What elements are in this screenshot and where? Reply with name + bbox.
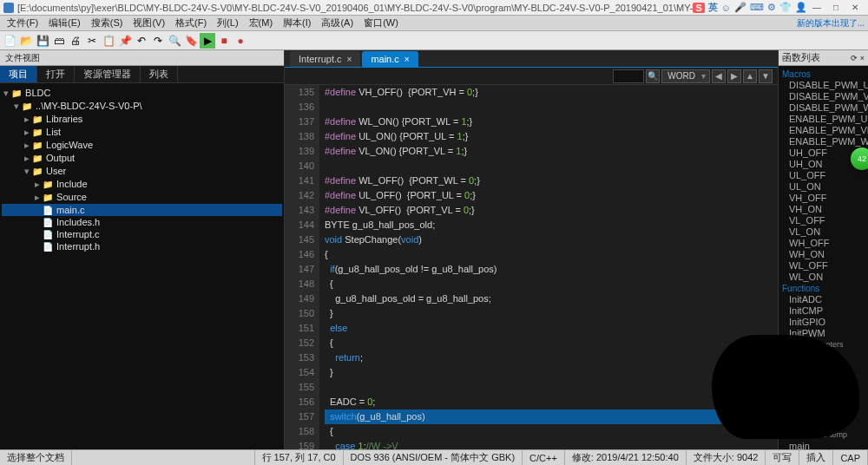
code-line[interactable]: return; bbox=[325, 350, 778, 365]
ime-s-icon[interactable]: S bbox=[693, 3, 704, 13]
function-list-item[interactable]: Macros bbox=[780, 69, 866, 80]
expand-icon[interactable]: ▸ bbox=[23, 114, 31, 125]
code-line[interactable]: #define WL_ON() {PORT_WL = 1;} bbox=[325, 115, 778, 129]
tool-save-icon[interactable]: 💾 bbox=[35, 33, 50, 49]
code-line[interactable]: } bbox=[325, 306, 778, 321]
tool-redo-icon[interactable]: ↷ bbox=[150, 33, 166, 49]
search-icon[interactable]: 🔍 bbox=[646, 69, 660, 83]
tree-item[interactable]: 📄 Includes.h bbox=[2, 216, 282, 228]
code-line[interactable]: } bbox=[325, 365, 778, 380]
left-tab-list[interactable]: 列表 bbox=[141, 66, 178, 82]
max-button[interactable]: □ bbox=[826, 2, 845, 14]
tree-item[interactable]: ▸📁 Include bbox=[2, 178, 282, 191]
ime-face-icon[interactable]: ☺ bbox=[721, 3, 731, 13]
menu-script[interactable]: 脚本(I) bbox=[278, 16, 316, 30]
function-list-item[interactable]: ENABLE_PWM_UH bbox=[780, 114, 866, 125]
code-editor[interactable]: 1351361371381391401411421431441451461471… bbox=[285, 85, 778, 449]
close-button[interactable]: ✕ bbox=[845, 2, 865, 14]
code-line[interactable]: { bbox=[325, 277, 778, 291]
code-line[interactable]: { bbox=[325, 424, 778, 439]
function-list-item[interactable]: WH_OFF bbox=[780, 238, 866, 249]
tool-run-icon[interactable]: ▶ bbox=[200, 33, 215, 49]
tool-open-icon[interactable]: 📂 bbox=[18, 33, 34, 49]
function-list-item[interactable]: ENABLE_PWM_WH bbox=[780, 136, 866, 147]
function-list-item[interactable]: VL_OFF bbox=[780, 215, 866, 226]
nav-down-icon[interactable]: ▼ bbox=[759, 69, 773, 83]
tool-cut-icon[interactable]: ✂ bbox=[84, 33, 100, 49]
code-line[interactable]: g_u8_hall_pos_old = g_u8_hall_pos; bbox=[325, 291, 778, 306]
tree-item[interactable]: ▾📁 BLDC bbox=[2, 87, 282, 100]
code-line[interactable]: #define VL_OFF() {PORT_VL = 0;} bbox=[325, 203, 778, 218]
menu-window[interactable]: 窗口(W) bbox=[358, 16, 404, 30]
tool-undo-icon[interactable]: ↶ bbox=[134, 33, 149, 49]
status-insert[interactable]: 插入 bbox=[799, 450, 833, 465]
nav-next-icon[interactable]: ▶ bbox=[727, 69, 741, 83]
code-line[interactable]: switch(g_u8_hall_pos) bbox=[325, 409, 778, 424]
expand-icon[interactable]: ▾ bbox=[2, 88, 10, 99]
code-line[interactable]: #define WL_OFF() {PORT_WL = 0;} bbox=[325, 174, 778, 188]
function-list-item[interactable]: DISABLE_PWM_UH bbox=[780, 80, 866, 91]
menu-file[interactable]: 文件(F) bbox=[2, 16, 43, 30]
tree-item[interactable]: ▸📁 Output bbox=[2, 152, 282, 165]
menu-column[interactable]: 列(L) bbox=[212, 16, 243, 30]
code-line[interactable]: #define VL_ON() {PORT_VL = 1;} bbox=[325, 144, 778, 159]
new-version-link[interactable]: 新的版本出现了... bbox=[797, 17, 865, 29]
left-tab-project[interactable]: 项目 bbox=[0, 66, 37, 82]
function-list-item[interactable]: InitGPIO bbox=[780, 317, 866, 328]
menu-macro[interactable]: 宏(M) bbox=[244, 16, 279, 30]
code-line[interactable]: EADC = 0; bbox=[325, 395, 778, 409]
status-select-doc[interactable]: 选择整个文档 bbox=[0, 450, 72, 465]
code-line[interactable]: #define VH_OFF() {PORT_VH = 0;} bbox=[325, 85, 778, 100]
left-tab-explorer[interactable]: 资源管理器 bbox=[75, 66, 141, 82]
function-list-item[interactable]: main bbox=[780, 441, 866, 449]
function-list-item[interactable]: VH_OFF bbox=[780, 193, 866, 204]
code-area[interactable]: #define VH_OFF() {PORT_VH = 0;}#define W… bbox=[319, 85, 778, 449]
tool-print-icon[interactable]: 🖨 bbox=[68, 33, 83, 49]
tree-item[interactable]: 📄 main.c bbox=[2, 204, 282, 216]
close-icon[interactable]: × bbox=[347, 55, 352, 64]
ime-kbd-icon[interactable]: ⌨ bbox=[750, 2, 764, 13]
ime-user-icon[interactable]: 👤 bbox=[795, 2, 807, 13]
function-list-item[interactable]: WL_OFF bbox=[780, 260, 866, 272]
tree-item[interactable]: 📄 Interrupt.c bbox=[2, 228, 282, 240]
ime-mic-icon[interactable]: 🎤 bbox=[734, 2, 746, 13]
code-line[interactable] bbox=[325, 159, 778, 174]
function-list-item[interactable]: InitADC bbox=[780, 294, 866, 305]
tool-saveall-icon[interactable]: 🗃 bbox=[51, 33, 67, 49]
function-list-item[interactable]: VL_ON bbox=[780, 226, 866, 238]
ime-gear-icon[interactable]: ⚙ bbox=[767, 2, 776, 13]
expand-icon[interactable]: ▾ bbox=[12, 101, 21, 112]
tree-item[interactable]: ▸📁 List bbox=[2, 126, 282, 139]
function-list-item[interactable]: DISABLE_PWM_WH bbox=[780, 102, 866, 114]
tool-rec-icon[interactable]: ● bbox=[233, 33, 248, 49]
function-list-item[interactable]: DISABLE_PWM_VH bbox=[780, 91, 866, 102]
function-list-item[interactable]: Functions bbox=[780, 283, 866, 294]
tab-interrupt-c[interactable]: Interrupt.c× bbox=[290, 51, 360, 67]
left-tab-open[interactable]: 打开 bbox=[37, 66, 75, 82]
code-line[interactable]: #define UL_OFF() {PORT_UL = 0;} bbox=[325, 188, 778, 203]
tree-item[interactable]: ▸📁 Libraries bbox=[2, 113, 282, 126]
menu-search[interactable]: 搜索(S) bbox=[86, 16, 128, 30]
tool-bookmark-icon[interactable]: 🔖 bbox=[183, 33, 199, 49]
code-line[interactable]: #define UL_ON() {PORT_UL = 1;} bbox=[325, 129, 778, 144]
expand-icon[interactable]: ▸ bbox=[23, 127, 31, 138]
expand-icon[interactable]: ▸ bbox=[33, 179, 42, 190]
nav-prev-icon[interactable]: ◀ bbox=[712, 69, 726, 83]
code-line[interactable]: if(g_u8_hall_pos_old != g_u8_hall_pos) bbox=[325, 262, 778, 277]
code-line[interactable]: { bbox=[325, 247, 778, 262]
tree-item[interactable]: ▸📁 LogicWave bbox=[2, 139, 282, 152]
tool-new-icon[interactable]: 📄 bbox=[2, 33, 17, 49]
tool-stop-icon[interactable]: ■ bbox=[216, 33, 232, 49]
function-list-item[interactable]: ENABLE_PWM_VH bbox=[780, 125, 866, 136]
code-line[interactable] bbox=[325, 100, 778, 115]
nav-up-icon[interactable]: ▲ bbox=[743, 69, 757, 83]
editor-search-input[interactable] bbox=[613, 69, 644, 83]
code-line[interactable]: else bbox=[325, 321, 778, 336]
code-line[interactable]: { bbox=[325, 336, 778, 350]
status-language[interactable]: C/C++ bbox=[523, 450, 565, 465]
code-line[interactable] bbox=[325, 380, 778, 395]
function-list-item[interactable]: InitCMP bbox=[780, 305, 866, 317]
function-list-item[interactable]: WL_ON bbox=[780, 272, 866, 283]
min-button[interactable]: — bbox=[807, 2, 826, 14]
close-icon[interactable]: × bbox=[404, 55, 410, 64]
